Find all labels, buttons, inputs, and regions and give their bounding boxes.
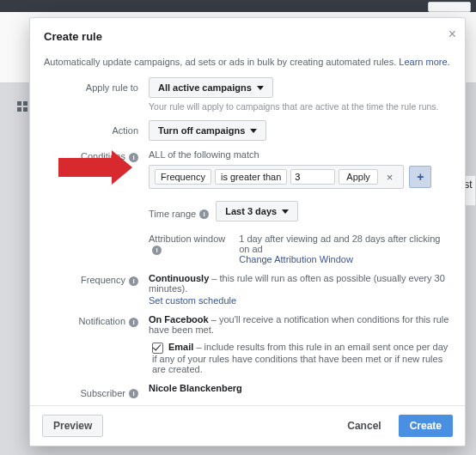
chevron-down-icon bbox=[282, 209, 289, 214]
apply-rule-to-hint: Your rule will apply to campaigns that a… bbox=[149, 101, 451, 112]
email-checkbox[interactable] bbox=[152, 343, 163, 354]
frequency-head: Continuously bbox=[149, 273, 209, 283]
modal-header: Create rule × bbox=[30, 18, 465, 52]
svg-rect-3 bbox=[23, 107, 27, 112]
info-icon[interactable]: i bbox=[129, 318, 138, 327]
conditions-header: ALL of the following match bbox=[149, 149, 451, 160]
notification-label: Notificationi bbox=[44, 314, 149, 327]
create-button[interactable]: Create bbox=[399, 415, 453, 437]
svg-rect-0 bbox=[17, 101, 21, 106]
remove-condition-icon[interactable]: × bbox=[381, 170, 399, 185]
apply-rule-to-dropdown[interactable]: All active campaigns bbox=[149, 77, 273, 98]
modal-intro: Automatically update campaigns, ad sets … bbox=[44, 57, 451, 67]
preview-button[interactable]: Preview bbox=[42, 415, 103, 437]
create-rule-modal: Create rule × Automatically update campa… bbox=[29, 17, 466, 446]
action-dropdown[interactable]: Turn off campaigns bbox=[149, 120, 266, 141]
info-icon[interactable]: i bbox=[152, 246, 162, 255]
time-range-dropdown[interactable]: Last 3 days bbox=[216, 201, 298, 221]
email-head: Email bbox=[168, 342, 193, 352]
info-icon[interactable]: i bbox=[199, 209, 209, 219]
condition-apply-button[interactable]: Apply bbox=[339, 169, 378, 185]
condition-row: Frequency is greater than Apply × bbox=[149, 165, 404, 189]
change-attribution-link[interactable]: Change Attribution Window bbox=[239, 254, 451, 264]
modal-title: Create rule bbox=[44, 30, 102, 43]
chevron-down-icon bbox=[257, 86, 264, 90]
subscriber-label: Subscriberi bbox=[44, 383, 149, 399]
svg-rect-2 bbox=[17, 107, 21, 112]
time-range-label: Time rangei bbox=[149, 203, 209, 220]
intro-text: Automatically update campaigns, ad sets … bbox=[44, 57, 399, 67]
app-topbar bbox=[0, 0, 476, 12]
add-condition-button[interactable]: + bbox=[409, 166, 431, 188]
action-value: Turn off campaigns bbox=[158, 125, 245, 136]
search-button-bg bbox=[428, 2, 471, 12]
modal-body: Automatically update campaigns, ad sets … bbox=[30, 52, 465, 405]
chevron-down-icon bbox=[250, 129, 257, 133]
subscriber-value: Nicole Blanckenberg bbox=[149, 383, 451, 393]
condition-operator-dropdown[interactable]: is greater than bbox=[215, 169, 287, 185]
cancel-button[interactable]: Cancel bbox=[337, 416, 391, 436]
svg-rect-1 bbox=[23, 101, 27, 106]
frequency-label: Frequencyi bbox=[44, 273, 149, 286]
set-schedule-link[interactable]: Set custom schedule bbox=[149, 295, 451, 306]
grid-icon bbox=[17, 101, 27, 112]
attribution-text: 1 day after viewing ad and 28 days after… bbox=[239, 234, 451, 254]
condition-field-dropdown[interactable]: Frequency bbox=[155, 169, 211, 185]
time-range-value: Last 3 days bbox=[225, 206, 277, 216]
red-arrow-annotation bbox=[58, 158, 112, 177]
info-icon[interactable]: i bbox=[129, 389, 138, 398]
learn-more-link[interactable]: Learn more. bbox=[399, 57, 449, 67]
email-body: – include results from this rule in an e… bbox=[152, 342, 448, 374]
close-icon[interactable]: × bbox=[449, 27, 456, 42]
notification-head: On Facebook bbox=[149, 314, 209, 325]
apply-rule-to-value: All active campaigns bbox=[158, 82, 252, 93]
attribution-label: Attribution windowi bbox=[149, 234, 232, 264]
modal-footer: Preview Cancel Create bbox=[30, 405, 465, 446]
condition-value-input[interactable] bbox=[290, 169, 335, 185]
info-icon[interactable]: i bbox=[129, 276, 138, 286]
apply-rule-to-label: Apply rule to bbox=[44, 77, 149, 93]
action-label: Action bbox=[44, 120, 149, 136]
